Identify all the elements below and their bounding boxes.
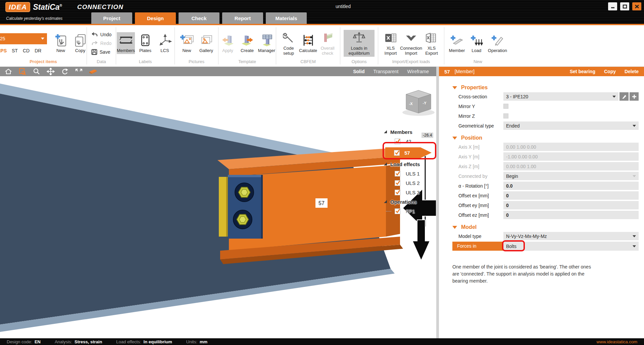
gallery-button[interactable]: Gallery bbox=[197, 32, 215, 54]
checkbox-member-57[interactable] bbox=[394, 150, 400, 156]
collapse-triangle-icon[interactable] bbox=[452, 86, 457, 89]
pan-icon bbox=[47, 68, 55, 75]
members-labels-button[interactable]: Members bbox=[117, 32, 135, 54]
zoom-window-icon bbox=[18, 68, 27, 75]
tree-item-uls2[interactable]: ULS 2 bbox=[381, 178, 436, 188]
forces-in-select[interactable]: Bolts bbox=[503, 242, 639, 251]
section-position[interactable]: Position bbox=[452, 133, 639, 143]
delete-member-button[interactable]: Delete bbox=[625, 69, 639, 74]
row-cross-section: Cross-section 3 - IPE120 bbox=[452, 92, 639, 101]
checkbox-uls3[interactable] bbox=[395, 190, 400, 195]
new-load-button[interactable]: Load bbox=[467, 32, 486, 54]
set-bearing-button[interactable]: Set bearing bbox=[570, 69, 595, 74]
plate-view-button[interactable] bbox=[89, 67, 97, 76]
cross-section-select[interactable]: 3 - IPE120 bbox=[503, 92, 618, 101]
view-mode-wireframe[interactable]: Wireframe bbox=[407, 69, 429, 74]
collapse-triangle-icon[interactable] bbox=[452, 226, 457, 229]
maximize-button[interactable] bbox=[620, 2, 629, 10]
zoom-window-button[interactable] bbox=[18, 67, 27, 76]
offset-ex-input[interactable]: 0 bbox=[503, 191, 639, 200]
geometrical-type-select[interactable]: Ended bbox=[503, 121, 639, 130]
code-cd[interactable]: CD bbox=[23, 48, 30, 53]
code-st[interactable]: ST bbox=[12, 48, 18, 53]
section-model[interactable]: Model bbox=[452, 223, 639, 232]
checkbox-uls2[interactable] bbox=[395, 180, 400, 186]
edit-cross-section-button[interactable] bbox=[620, 92, 629, 101]
minimize-button[interactable] bbox=[608, 2, 617, 10]
plates-labels-button[interactable]: Plates bbox=[136, 32, 154, 54]
new-picture-button[interactable]: New bbox=[178, 32, 196, 54]
expander-icon[interactable] bbox=[384, 130, 387, 133]
collapse-triangle-icon[interactable] bbox=[452, 137, 457, 140]
project-item-selector[interactable]: 25 bbox=[0, 33, 47, 44]
navigation-cube[interactable]: -X -Y bbox=[400, 89, 436, 117]
apply-template-button[interactable]: Apply bbox=[219, 32, 237, 54]
offset-ey-input[interactable]: 0 bbox=[503, 201, 639, 209]
tab-report[interactable]: Report bbox=[222, 12, 263, 24]
checkbox-fp1[interactable] bbox=[395, 208, 400, 214]
template-manager-button[interactable]: Manager bbox=[258, 32, 276, 54]
view-mode-transparent[interactable]: Transparent bbox=[373, 69, 398, 74]
zoom-button[interactable] bbox=[32, 67, 41, 76]
create-template-button[interactable]: Create bbox=[238, 32, 256, 54]
checkbox-uls1[interactable] bbox=[395, 171, 400, 177]
redo-button[interactable]: Redo bbox=[91, 40, 111, 47]
tab-project[interactable]: Project bbox=[91, 12, 132, 24]
lcs-labels-button[interactable]: LCS bbox=[156, 32, 174, 54]
tab-check[interactable]: Check bbox=[179, 12, 219, 24]
viewport-3d[interactable]: 57 -X -Y -26.4 Members bbox=[0, 76, 436, 338]
pan-button[interactable] bbox=[46, 67, 55, 76]
calculate-button[interactable]: Overall check Calculate bbox=[299, 32, 317, 54]
xls-export-button[interactable]: XLS Export bbox=[423, 30, 441, 57]
expander-icon[interactable] bbox=[384, 200, 387, 203]
new-member-button[interactable]: Member bbox=[448, 32, 466, 54]
checkbox-member-42[interactable] bbox=[395, 139, 400, 144]
new-project-item-button[interactable]: New bbox=[52, 32, 70, 54]
save-button[interactable]: Save bbox=[91, 48, 111, 56]
rotation-input[interactable]: 0.0 bbox=[503, 182, 639, 190]
website-link[interactable]: www.ideastatica.com bbox=[597, 339, 637, 344]
field-value: Ended bbox=[506, 123, 519, 129]
member-57-tag[interactable]: 57 bbox=[315, 198, 328, 208]
close-button[interactable] bbox=[632, 2, 641, 10]
group-label-import-export: Import/Export loads bbox=[378, 59, 444, 66]
tab-materials[interactable]: Materials bbox=[266, 12, 307, 24]
section-properties[interactable]: Properties bbox=[452, 83, 639, 92]
splitter[interactable] bbox=[436, 76, 439, 338]
xls-import-button[interactable]: XLS Import bbox=[382, 30, 400, 57]
tree-item-member-42[interactable]: 42 bbox=[381, 137, 436, 146]
copy-member-button[interactable]: Copy bbox=[604, 69, 616, 74]
tree-header-load-effects[interactable]: Load effects bbox=[381, 159, 436, 169]
code-setup-button[interactable]: Code setup bbox=[280, 30, 298, 57]
offset-ez-input[interactable]: 0 bbox=[503, 211, 639, 219]
tab-design[interactable]: Design bbox=[135, 12, 176, 24]
tree-item-fp1[interactable]: FP1 bbox=[381, 206, 436, 216]
mirror-z-checkbox[interactable] bbox=[503, 113, 508, 118]
ribbon-group-cbfem: Code setup Overall check Calculate Overa… bbox=[276, 25, 340, 66]
overall-check-button[interactable]: Overall check bbox=[318, 30, 337, 57]
bolt-bottom[interactable] bbox=[233, 210, 252, 229]
code-dr[interactable]: DR bbox=[35, 48, 41, 53]
home-view-button[interactable] bbox=[4, 67, 13, 76]
new-operation-button[interactable]: Operation bbox=[487, 32, 508, 54]
mirror-y-checkbox[interactable] bbox=[503, 104, 508, 109]
tree-item-uls3[interactable]: ULS 3 bbox=[381, 188, 436, 197]
tree-header-operations[interactable]: Operations bbox=[381, 197, 436, 206]
yellow-plate[interactable] bbox=[219, 177, 228, 237]
connection-import-button[interactable]: Connection Import bbox=[401, 30, 421, 57]
bolt-top[interactable] bbox=[235, 183, 254, 202]
tree-header-members[interactable]: Members bbox=[381, 127, 436, 137]
loads-in-equilibrium-button[interactable]: Loads in equilibrium bbox=[344, 30, 375, 57]
code-eps[interactable]: EPS bbox=[0, 48, 7, 53]
undo-button[interactable]: Undo bbox=[91, 31, 111, 38]
tree-item-member-57-selected[interactable]: 57 bbox=[385, 147, 432, 158]
rotate-button[interactable] bbox=[60, 67, 69, 76]
tree-item-uls1[interactable]: ULS 1 bbox=[381, 169, 436, 178]
zoom-fit-button[interactable] bbox=[75, 67, 83, 76]
new-member-icon bbox=[450, 33, 463, 47]
add-cross-section-button[interactable] bbox=[630, 92, 639, 101]
copy-icon bbox=[75, 33, 86, 47]
expander-icon[interactable] bbox=[384, 162, 387, 165]
model-type-select[interactable]: N-Vy-Vz-Mx-My-Mz bbox=[503, 232, 639, 240]
view-mode-solid[interactable]: Solid bbox=[353, 69, 364, 74]
